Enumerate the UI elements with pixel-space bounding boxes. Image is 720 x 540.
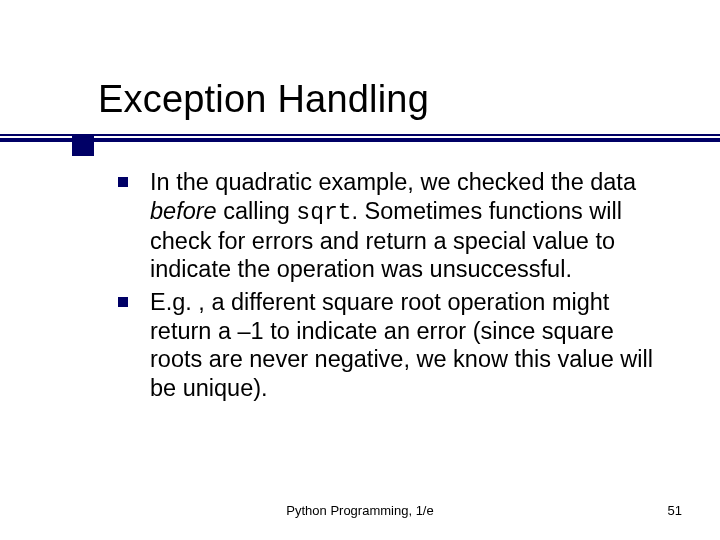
slide: Exception Handling In the quadratic exam… (0, 0, 720, 540)
bullet-item: E.g. , a different square root operation… (118, 288, 668, 404)
text-run: In the quadratic example, we checked the… (150, 169, 636, 195)
body-region: In the quadratic example, we checked the… (118, 168, 668, 408)
text-run: E.g. , a different square root operation… (150, 289, 653, 401)
title-region: Exception Handling (98, 78, 680, 127)
page-number: 51 (668, 503, 682, 518)
bullet-square-icon (118, 177, 128, 187)
footer-text: Python Programming, 1/e (0, 503, 720, 518)
italic-text: before (150, 198, 217, 224)
text-run: calling (217, 198, 297, 224)
bullet-item: In the quadratic example, we checked the… (118, 168, 668, 284)
title-rule-thick (0, 138, 720, 142)
code-text: sqrt (296, 200, 351, 226)
title-accent-square (72, 134, 94, 156)
bullet-text: E.g. , a different square root operation… (150, 288, 668, 404)
bullet-text: In the quadratic example, we checked the… (150, 168, 668, 284)
bullet-square-icon (118, 297, 128, 307)
slide-title: Exception Handling (98, 78, 680, 127)
title-rule-thin (0, 134, 720, 136)
